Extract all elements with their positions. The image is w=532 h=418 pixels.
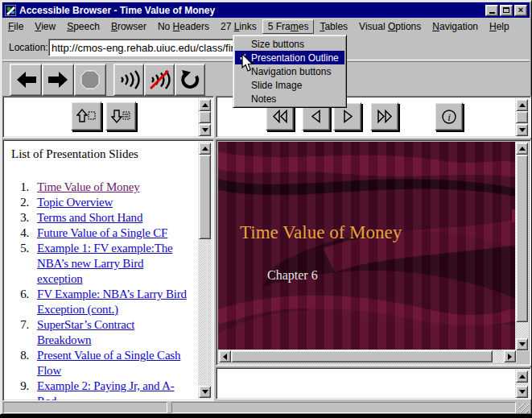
list-item: 3.Terms and Short Hand (5, 210, 200, 226)
maximize-button[interactable] (500, 5, 513, 16)
scroll-down-button[interactable] (199, 124, 211, 136)
outline-buttons-scrollbar[interactable] (198, 98, 212, 137)
scroll-thumb[interactable] (516, 155, 528, 322)
scroll-down-button[interactable] (199, 386, 211, 398)
list-item: 2.Topic Overview (5, 195, 200, 210)
scroll-up-button[interactable] (199, 99, 211, 111)
slide-link[interactable]: Example 2: Paying Jr, and A-Rod (37, 379, 192, 401)
slide-link[interactable]: Topic Overview (37, 195, 192, 210)
down-arrow-icon (519, 128, 526, 132)
slide-nav-scrollbar[interactable] (515, 98, 529, 137)
status-bar (2, 401, 530, 414)
slide-image: Time Value of Money Chapter 6 (218, 142, 517, 351)
last-slide-button[interactable] (370, 102, 398, 130)
menu-tables[interactable]: Tables (314, 19, 353, 34)
next-heading-button[interactable] (105, 101, 136, 130)
scroll-up-button[interactable] (516, 143, 528, 155)
scroll-down-button[interactable] (516, 338, 528, 350)
list-item: 9.Example 2: Paying Jr, and A-Rod (5, 379, 200, 401)
stop-octagon-icon (80, 69, 101, 90)
menu-file[interactable]: File (2, 19, 29, 34)
scroll-left-button[interactable] (219, 350, 231, 362)
minimize-button[interactable] (485, 5, 498, 16)
speak-button[interactable] (113, 64, 144, 96)
menu-navigation[interactable]: Navigation (427, 19, 484, 34)
scroll-thumb[interactable] (199, 111, 211, 123)
slide-link[interactable]: Example 1: FV example:The NBA’s new Larr… (37, 241, 192, 287)
previous-heading-icon (76, 109, 96, 123)
slide-list: 1.Time Value of Money 2.Topic Overview 3… (5, 180, 200, 401)
previous-heading-button[interactable] (71, 101, 101, 130)
back-button[interactable] (10, 64, 42, 96)
menu-item-slide-image[interactable]: Slide Image (235, 78, 344, 92)
slide-link[interactable]: Time Value of Money (37, 180, 192, 195)
slide-vertical-scrollbar[interactable] (515, 142, 529, 351)
list-item: 8.Present Value of a Single Cash Flow (5, 348, 200, 379)
slide-subtitle: Chapter 6 (267, 268, 318, 283)
menu-item-size-buttons[interactable]: Size buttons (235, 37, 344, 51)
forward-arrow-icon (47, 71, 69, 89)
slide-link[interactable]: SuperStar’s Contract Breakdown (37, 317, 192, 348)
minimize-icon (489, 12, 495, 14)
scroll-up-button[interactable] (516, 99, 528, 111)
maximize-icon (503, 7, 509, 13)
speech-waves-icon (118, 69, 140, 90)
app-icon (5, 5, 16, 16)
outline-scrollbar[interactable] (198, 142, 212, 399)
scroll-up-button[interactable] (199, 143, 211, 155)
scroll-down-button[interactable] (516, 124, 528, 136)
scroll-thumb[interactable] (231, 350, 493, 362)
menu-help[interactable]: Help (484, 19, 515, 34)
stop-button[interactable] (74, 64, 106, 96)
scroll-right-button[interactable] (504, 350, 516, 362)
app-window: Accessible Browser - Time Value of Money… (0, 0, 532, 415)
first-slide-icon (272, 110, 288, 123)
outline-buttons-panel (2, 96, 214, 138)
reload-arrow-icon (179, 69, 200, 90)
presentation-outline-panel: List of Presentation Slides 1.Time Value… (2, 139, 214, 401)
down-arrow-icon (202, 390, 208, 394)
down-arrow-icon (519, 390, 526, 394)
close-icon: × (518, 6, 523, 14)
previous-slide-icon (308, 110, 324, 123)
stop-speech-button[interactable] (144, 64, 175, 96)
menu-browser[interactable]: Browser (105, 19, 152, 34)
outline-heading: List of Presentation Slides (11, 147, 200, 161)
scroll-thumb[interactable] (516, 111, 528, 123)
menu-5-frames[interactable]: 5 Frames (262, 19, 315, 34)
up-arrow-icon (202, 103, 208, 107)
menu-view[interactable]: View (29, 19, 61, 34)
slide-link[interactable]: Terms and Short Hand (37, 210, 192, 226)
info-icon: i (441, 109, 457, 125)
mouse-cursor (241, 54, 254, 72)
reload-button[interactable] (175, 64, 205, 96)
resize-grip[interactable] (518, 403, 529, 413)
slide-image-panel: Time Value of Money Chapter 6 (216, 139, 531, 366)
slide-link[interactable]: FV Example: NBA’s Larry Bird Exception (… (37, 287, 192, 317)
notes-scrollbar[interactable] (515, 370, 529, 399)
scroll-thumb[interactable] (199, 155, 211, 239)
up-arrow-icon (519, 103, 526, 107)
right-arrow-icon (508, 354, 512, 360)
status-section-left (3, 402, 167, 413)
up-arrow-icon (519, 375, 526, 379)
menu-no-headers[interactable]: No Headers (152, 19, 215, 34)
scroll-up-button[interactable] (516, 370, 528, 383)
slide-link[interactable]: Present Value of a Single Cash Flow (37, 348, 192, 379)
forward-button[interactable] (42, 64, 74, 96)
menu-visual-options[interactable]: Visual Options (353, 19, 427, 34)
menu-speech[interactable]: Speech (61, 19, 105, 34)
up-arrow-icon (202, 147, 208, 151)
close-button[interactable]: × (514, 5, 527, 16)
window-title: Accessible Browser - Time Value of Money (19, 5, 484, 16)
scroll-down-button[interactable] (516, 386, 528, 398)
status-section-right (171, 402, 516, 413)
slide-horizontal-scrollbar[interactable] (218, 350, 517, 363)
menu-bar: File View Speech Browser No Headers 27 L… (2, 19, 530, 35)
menu-27-links[interactable]: 27 Links (215, 19, 262, 34)
slide-link[interactable]: Future Value of a Single CF (37, 226, 192, 241)
slide-info-button[interactable]: i (435, 102, 463, 130)
slide-stripe-texture (218, 142, 517, 351)
slide-title: Time Value of Money (240, 222, 402, 243)
menu-item-notes[interactable]: Notes (235, 92, 344, 106)
